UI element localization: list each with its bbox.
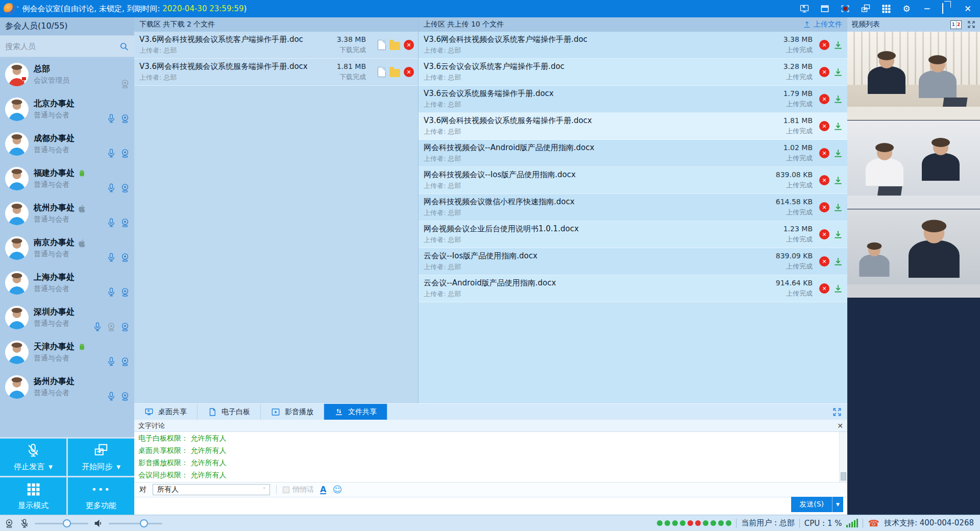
delete-icon[interactable]: ✕ <box>819 283 829 294</box>
mic-volume-slider[interactable] <box>35 519 88 527</box>
participant-row[interactable]: 深圳办事处 普通与会者 <box>0 300 134 335</box>
delete-icon[interactable]: ✕ <box>819 121 829 131</box>
download-icon[interactable] <box>833 40 843 50</box>
upload-file-row[interactable]: V3.6云会议系统服务端操作手册.docx 上传者: 总部 1.79 MB 上传… <box>419 86 847 113</box>
stop-speaking-button[interactable]: 停止发言▼ <box>0 439 66 476</box>
screen-share-icon[interactable] <box>799 4 810 14</box>
mic-icon[interactable] <box>106 252 116 262</box>
upload-file-row[interactable]: 网会科技视频会议微信小程序快速指南.docx 上传者: 总部 614.58 KB… <box>419 194 847 221</box>
webcam-icon[interactable] <box>120 287 130 297</box>
emoji-button[interactable]: ☺ <box>332 485 342 494</box>
upload-file-row[interactable]: 网会科技视频会议--Ios版产品使用指南.docx 上传者: 总部 839.08… <box>419 167 847 194</box>
send-button[interactable]: 发送(S) ▼ <box>791 497 843 512</box>
minimize-button[interactable]: ─ <box>922 4 932 14</box>
open-folder-icon[interactable] <box>389 69 400 77</box>
download-icon[interactable] <box>833 229 843 239</box>
webcam-icon[interactable] <box>120 356 130 367</box>
restore-button[interactable] <box>942 4 952 14</box>
download-file-row[interactable]: V3.6网会科技视频会议系统服务端操作手册.docx 上传者: 总部 1.81 … <box>134 59 418 86</box>
close-button[interactable]: ✕ <box>963 4 973 14</box>
webcam-icon[interactable] <box>120 391 130 401</box>
more-features-button[interactable]: ••• 更多功能 <box>68 477 134 515</box>
send-options-arrow[interactable]: ▼ <box>832 497 843 512</box>
download-icon[interactable] <box>833 67 843 77</box>
download-icon[interactable] <box>833 202 843 212</box>
delete-icon[interactable]: ✕ <box>819 67 829 77</box>
webcam-gray-icon[interactable] <box>120 79 130 89</box>
upload-file-row[interactable]: V3.6云会议会议系统客户端操作手册.doc 上传者: 总部 3.28 MB 上… <box>419 59 847 86</box>
window-mode-icon[interactable] <box>820 4 830 14</box>
participant-row[interactable]: 北京办事处 普通与会者 <box>0 92 134 127</box>
delete-icon[interactable]: ✕ <box>819 148 829 158</box>
webcam-gray-icon[interactable] <box>106 322 116 332</box>
upload-file-row[interactable]: V3.6网会科技视频会议系统服务端操作手册.docx 上传者: 总部 1.81 … <box>419 113 847 140</box>
video-thumbnail-1[interactable] <box>847 32 980 120</box>
delete-icon[interactable]: ✕ <box>404 67 414 77</box>
record-icon[interactable] <box>840 4 850 14</box>
delete-icon[interactable]: ✕ <box>819 256 829 267</box>
open-file-icon[interactable] <box>378 67 386 77</box>
delete-icon[interactable]: ✕ <box>819 175 829 185</box>
webcam-icon[interactable] <box>120 218 130 228</box>
participant-row[interactable]: 上海办事处 普通与会者 <box>0 266 134 300</box>
delete-icon[interactable]: ✕ <box>819 202 829 212</box>
video-expand-icon[interactable] <box>967 20 976 29</box>
participant-row[interactable]: 福建办事处 普通与会者 <box>0 161 134 196</box>
participant-row[interactable]: 成都办事处 普通与会者 <box>0 127 134 161</box>
logo-chevron-icon[interactable]: ˅ <box>16 6 19 12</box>
webcam-icon[interactable] <box>120 113 130 124</box>
download-file-row[interactable]: V3.6网会科技视频会议系统客户端操作手册.doc 上传者: 总部 3.38 M… <box>134 32 418 59</box>
download-icon[interactable] <box>833 175 843 185</box>
delete-icon[interactable]: ✕ <box>819 229 829 239</box>
chat-scrollbar[interactable] <box>839 432 847 482</box>
speaker-icon[interactable] <box>93 518 104 528</box>
participant-row[interactable]: 南京办事处 普通与会者 <box>0 231 134 266</box>
delete-icon[interactable]: ✕ <box>404 40 414 50</box>
video-thumbnail-3[interactable] <box>847 209 980 298</box>
participant-row[interactable]: 扬州办事处 普通与会者 <box>0 370 134 404</box>
mic-icon[interactable] <box>106 113 116 124</box>
upload-file-row[interactable]: V3.6网会科技视频会议系统客户端操作手册.doc 上传者: 总部 3.38 M… <box>419 32 847 59</box>
webcam-icon[interactable] <box>120 322 130 332</box>
display-mode-button[interactable]: 显示模式 <box>0 477 66 515</box>
download-icon[interactable] <box>833 283 843 294</box>
download-icon[interactable] <box>833 256 843 267</box>
app-logo[interactable] <box>4 3 15 14</box>
mic-icon[interactable] <box>92 322 103 332</box>
font-style-button[interactable]: A <box>320 486 326 494</box>
mic-muted-icon[interactable] <box>19 518 30 528</box>
mic-icon[interactable] <box>106 183 116 193</box>
tab-desktop-share[interactable]: 桌面共享 <box>134 404 198 420</box>
tab-file-share[interactable]: 文件共享 <box>324 404 387 420</box>
whisper-option[interactable]: 悄悄话 <box>283 485 314 494</box>
start-sync-button[interactable]: 开始同步▼ <box>68 439 134 476</box>
search-icon[interactable] <box>119 41 129 52</box>
webcam-icon[interactable] <box>120 148 130 158</box>
upload-file-row[interactable]: 网会科技视频会议--Android版产品使用指南.docx 上传者: 总部 1.… <box>419 140 847 167</box>
mic-icon[interactable] <box>106 391 116 401</box>
webcam-device-icon[interactable] <box>4 518 14 528</box>
upload-file-row[interactable]: 云会议--Ios版产品使用指南.docx 上传者: 总部 839.09 KB 上… <box>419 248 847 275</box>
open-file-icon[interactable] <box>378 40 386 50</box>
participant-row[interactable]: 总部 会议管理员 <box>0 57 134 92</box>
search-bar[interactable] <box>0 36 134 57</box>
whisper-checkbox[interactable] <box>283 487 289 493</box>
mic-icon[interactable] <box>106 218 116 228</box>
open-folder-icon[interactable] <box>389 42 400 50</box>
download-icon[interactable] <box>833 94 843 104</box>
tab-whiteboard[interactable]: 电子白板 <box>198 404 261 420</box>
delete-icon[interactable]: ✕ <box>819 40 829 50</box>
speaker-volume-slider[interactable] <box>109 519 162 527</box>
participant-row[interactable]: 杭州办事处 普通与会者 <box>0 196 134 231</box>
tab-media-play[interactable]: 影音播放 <box>261 404 324 420</box>
participant-row[interactable]: 天津办事处 普通与会者 <box>0 335 134 370</box>
upload-file-button[interactable]: 上传文件 <box>803 20 842 29</box>
fullscreen-expand-icon[interactable] <box>832 407 842 417</box>
search-input[interactable] <box>5 42 119 51</box>
video-thumbnail-2[interactable] <box>847 120 980 209</box>
chat-close-icon[interactable]: ✕ <box>837 422 843 429</box>
upload-file-row[interactable]: 云会议--Android版产品使用指南.docx 上传者: 总部 914.64 … <box>419 275 847 302</box>
mic-icon[interactable] <box>106 287 116 297</box>
upload-file-row[interactable]: 网会视频会议企业后台使用说明书1.0.1.docx 上传者: 总部 1.23 M… <box>419 221 847 248</box>
webcam-icon[interactable] <box>120 183 130 193</box>
